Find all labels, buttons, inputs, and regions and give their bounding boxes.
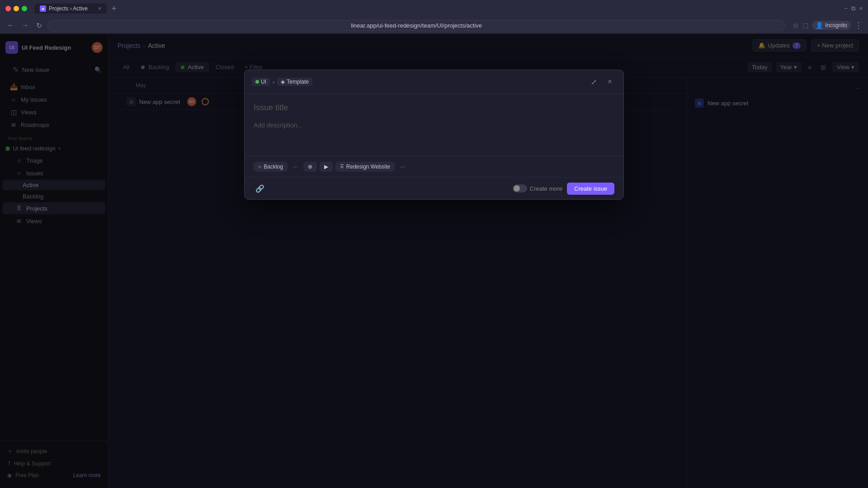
project-label: Redesign Website [346, 164, 390, 170]
modal-team-label: UI [261, 79, 266, 85]
backlog-status-icon: ○ [258, 164, 261, 170]
address-bar[interactable] [47, 20, 785, 31]
tab-close-btn[interactable]: × [98, 5, 101, 12]
modal-close-btn[interactable]: × [604, 75, 616, 88]
sidebar-toggle-icon[interactable]: ⬚ [802, 22, 808, 29]
tab-title: Projects › Active [49, 5, 88, 12]
toolbar-project-chip[interactable]: ⠿ Redesign Website [335, 162, 395, 172]
modal-header: UI › ◈ Template ⤢ × [245, 70, 623, 94]
issue-description-input[interactable] [254, 120, 614, 147]
toolbar-more-1[interactable]: ··· [290, 161, 301, 172]
bookmark-icon[interactable]: ☆ [793, 21, 799, 30]
issue-title-input[interactable] [254, 101, 614, 114]
tab-favicon: ◈ [40, 5, 46, 12]
browser-tabs: ◈ Projects › Active × + [31, 3, 123, 14]
toolbar-more-2[interactable]: ··· [397, 161, 408, 172]
modal-actions: ⤢ × [587, 75, 616, 88]
create-more-label: Create more [530, 185, 562, 192]
modal-breadcrumb: UI › ◈ Template [252, 78, 312, 86]
nav-back-btn[interactable]: ← [5, 20, 16, 30]
modal-expand-btn[interactable]: ⤢ [587, 75, 600, 88]
create-more-toggle[interactable]: Create more [513, 184, 562, 192]
window-maximize-btn[interactable] [22, 6, 27, 11]
active-tab[interactable]: ◈ Projects › Active × [34, 4, 107, 14]
template-icon: ◈ [281, 79, 285, 85]
toolbar-status-chip[interactable]: ○ Backlog [254, 162, 288, 172]
window-minimize-btn[interactable] [14, 6, 19, 11]
modal-template-badge[interactable]: ◈ Template [277, 78, 312, 86]
modal-team-dot [255, 80, 259, 84]
modal-team-badge[interactable]: UI [252, 78, 270, 86]
attach-btn[interactable]: 🔗 [254, 182, 266, 195]
toggle-knob [514, 185, 520, 192]
modal-breadcrumb-sep: › [273, 79, 274, 85]
nav-refresh-btn[interactable]: ↻ [34, 20, 44, 31]
window-minimize-icon[interactable]: − [844, 5, 848, 12]
browser-chrome: ◈ Projects › Active × + − ⧉ × ← → ↻ ☆ ⬚ … [0, 0, 868, 34]
backlog-status-label: Backlog [264, 164, 283, 170]
priority-icon: ⊕ [308, 164, 312, 170]
modal-toolbar: ○ Backlog ··· ⊕ ▶ ⠿ Redesign Website ··· [245, 155, 623, 177]
window-restore-icon[interactable]: ⧉ [851, 5, 855, 12]
browser-controls [5, 6, 27, 11]
modal-body [245, 94, 623, 155]
modal-footer: 🔗 Create more Create issue [245, 177, 623, 199]
window-close-icon[interactable]: × [859, 5, 863, 12]
incognito-badge: 👤 Incognito [812, 21, 851, 30]
modal-overlay[interactable]: UI › ◈ Template ⤢ × [0, 33, 868, 488]
new-tab-btn[interactable]: + [108, 3, 119, 14]
attach-icon: 🔗 [255, 184, 264, 193]
modal-footer-right: Create more Create issue [513, 183, 614, 195]
modal-footer-left: 🔗 [254, 182, 266, 195]
type-icon: ▶ [324, 164, 328, 170]
template-label: Template [287, 79, 309, 85]
incognito-icon: 👤 [816, 22, 823, 29]
create-issue-btn[interactable]: Create issue [567, 183, 614, 195]
browser-menu-icon[interactable]: ⋮ [854, 20, 863, 30]
create-issue-modal: UI › ◈ Template ⤢ × [244, 70, 624, 200]
close-icon: × [608, 78, 612, 86]
expand-icon: ⤢ [591, 78, 597, 86]
toolbar-type-chip[interactable]: ▶ [320, 162, 333, 172]
toolbar-priority-chip[interactable]: ⊕ [303, 162, 317, 172]
browser-titlebar: ◈ Projects › Active × + − ⧉ × [0, 0, 868, 17]
browser-addressbar: ← → ↻ ☆ ⬚ 👤 Incognito ⋮ [0, 17, 868, 33]
toggle-switch[interactable] [513, 184, 527, 192]
nav-forward-btn[interactable]: → [20, 20, 31, 30]
project-icon: ⠿ [340, 164, 344, 170]
window-close-btn[interactable] [5, 6, 11, 11]
